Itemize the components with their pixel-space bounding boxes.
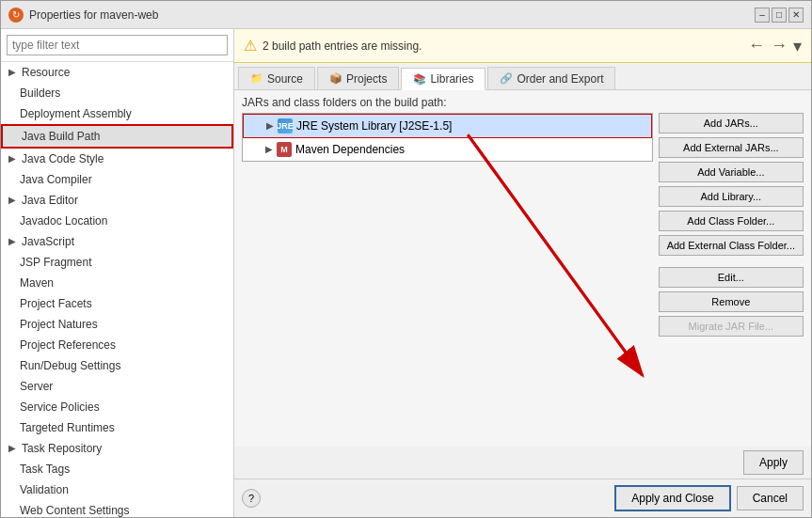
- sidebar-item-project-natures[interactable]: Project Natures: [1, 314, 233, 335]
- sidebar-item-java-editor[interactable]: ▶Java Editor: [1, 190, 233, 211]
- sidebar-item-label: Java Build Path: [22, 128, 100, 145]
- help-button[interactable]: ?: [242, 489, 261, 508]
- add-library-button[interactable]: Add Library...: [659, 186, 804, 207]
- sidebar-item-label: Resource: [22, 64, 70, 81]
- sidebar-item-label: Project References: [20, 337, 116, 353]
- sidebar-item-resource[interactable]: ▶Resource: [1, 62, 233, 83]
- build-path-label: JARs and class folders on the build path…: [242, 96, 804, 109]
- nav-back-icon[interactable]: ←: [748, 36, 765, 55]
- apply-row: Apply: [234, 447, 811, 479]
- cancel-button[interactable]: Cancel: [737, 486, 804, 510]
- eclipse-icon: [8, 8, 24, 23]
- sidebar-item-maven[interactable]: Maven: [1, 273, 233, 293]
- sidebar-item-label: Deployment Assembly: [20, 105, 132, 122]
- warning-bar: ⚠ 2 build path entries are missing. ← → …: [234, 29, 811, 63]
- title-bar-left: Properties for maven-web: [8, 8, 158, 23]
- sidebar-item-web-content-settings[interactable]: Web Content Settings: [1, 500, 233, 517]
- tab-source[interactable]: 📁Source: [238, 67, 315, 89]
- sidebar-item-java-compiler[interactable]: Java Compiler: [1, 169, 233, 190]
- warning-icon: ⚠: [244, 37, 257, 55]
- title-controls: – □ ✕: [755, 8, 804, 23]
- tab-projects[interactable]: 📦Projects: [317, 67, 399, 89]
- apply-button[interactable]: Apply: [743, 450, 804, 475]
- add-variable-button[interactable]: Add Variable...: [659, 162, 804, 182]
- bottom-bar: ? Apply and Close Cancel: [234, 479, 811, 517]
- list-area-wrapper: ▶JREJRE System Library [J2SE-1.5]▶MMaven…: [242, 113, 653, 441]
- sidebar-item-label: Targeted Runtimes: [20, 419, 115, 436]
- tab-icon-source: 📁: [250, 72, 263, 85]
- sidebar-item-label: JSP Fragment: [20, 254, 91, 271]
- remove-button[interactable]: Remove: [659, 291, 804, 312]
- sidebar-item-task-repository[interactable]: ▶Task Repository: [1, 438, 233, 459]
- add-jars-button[interactable]: Add JARs...: [659, 113, 804, 133]
- sidebar-item-project-facets[interactable]: Project Facets: [1, 293, 233, 314]
- sidebar-item-server[interactable]: Server: [1, 376, 233, 397]
- close-button[interactable]: ✕: [788, 8, 804, 23]
- sidebar-item-task-tags[interactable]: Task Tags: [1, 459, 233, 479]
- sidebar-item-label: Maven: [20, 275, 54, 291]
- tree-area: ▶ResourceBuildersDeployment AssemblyJava…: [1, 62, 233, 517]
- tab-icon-projects: 📦: [329, 72, 342, 85]
- tab-icon-libraries: 📚: [413, 73, 426, 86]
- sidebar-item-deployment-assembly[interactable]: Deployment Assembly: [1, 103, 233, 124]
- sidebar-item-run-debug-settings[interactable]: Run/Debug Settings: [1, 355, 233, 376]
- sidebar-item-label: JavaScript: [22, 233, 74, 250]
- tab-libraries[interactable]: 📚Libraries: [401, 68, 486, 90]
- warning-text: 2 build path entries are missing.: [263, 39, 422, 53]
- tab-label-source: Source: [267, 72, 303, 86]
- nav-forward-icon[interactable]: →: [771, 36, 788, 55]
- sidebar-item-builders[interactable]: Builders: [1, 83, 233, 103]
- minimize-button[interactable]: –: [755, 8, 770, 23]
- list-item-label-maven: Maven Dependencies: [295, 141, 405, 158]
- list-item-icon-jre: JRE: [278, 118, 293, 133]
- sidebar-item-label: Java Compiler: [20, 171, 92, 188]
- sidebar-item-label: Run/Debug Settings: [20, 357, 120, 374]
- maximize-button[interactable]: □: [772, 8, 787, 23]
- list-area: ▶JREJRE System Library [J2SE-1.5]▶MMaven…: [242, 113, 653, 162]
- add-external-jars-button[interactable]: Add External JARs...: [659, 137, 804, 158]
- left-panel: ▶ResourceBuildersDeployment AssemblyJava…: [1, 29, 234, 517]
- expand-arrow-icon: ▶: [8, 150, 16, 167]
- tab-label-projects: Projects: [346, 72, 387, 86]
- list-expand-arrow-icon: ▶: [266, 118, 274, 134]
- buttons-col: Add JARs... Add External JARs... Add Var…: [659, 113, 804, 441]
- sidebar-item-validation[interactable]: Validation: [1, 479, 233, 500]
- main-content-area: ▶ResourceBuildersDeployment AssemblyJava…: [1, 29, 811, 517]
- apply-close-button[interactable]: Apply and Close: [614, 485, 730, 511]
- sidebar-item-service-policies[interactable]: Service Policies: [1, 397, 233, 417]
- properties-window: Properties for maven-web – □ ✕ ▶Resource…: [0, 0, 812, 518]
- sidebar-item-java-code-style[interactable]: ▶Java Code Style: [1, 149, 233, 169]
- nav-down-icon[interactable]: ▾: [793, 36, 802, 56]
- tab-order-and-export[interactable]: 🔗Order and Export: [487, 67, 615, 89]
- list-expand-arrow-icon: ▶: [265, 141, 273, 158]
- sidebar-item-jsp-fragment[interactable]: JSP Fragment: [1, 252, 233, 273]
- sidebar-item-targeted-runtimes[interactable]: Targeted Runtimes: [1, 417, 233, 438]
- expand-arrow-icon: ▶: [8, 64, 16, 81]
- sidebar-item-label: Java Editor: [22, 192, 78, 209]
- list-item-jre[interactable]: ▶JREJRE System Library [J2SE-1.5]: [243, 114, 652, 138]
- migrate-jar-button[interactable]: Migrate JAR File...: [659, 316, 804, 337]
- list-item-icon-maven: M: [277, 142, 292, 157]
- add-external-class-folder-button[interactable]: Add External Class Folder...: [659, 235, 804, 256]
- edit-button[interactable]: Edit...: [659, 267, 804, 288]
- build-path-main: ▶JREJRE System Library [J2SE-1.5]▶MMaven…: [242, 113, 804, 441]
- expand-arrow-icon: ▶: [8, 233, 16, 250]
- sidebar-item-label: Project Natures: [20, 316, 98, 333]
- sidebar-item-label: Validation: [20, 481, 69, 498]
- sidebar-item-javadoc-location[interactable]: Javadoc Location: [1, 211, 233, 231]
- list-item-maven[interactable]: ▶MMaven Dependencies: [243, 138, 652, 161]
- sidebar-item-project-references[interactable]: Project References: [1, 335, 233, 355]
- tabs-row: 📁Source📦Projects📚Libraries🔗Order and Exp…: [234, 63, 811, 90]
- tab-icon-order-and-export: 🔗: [500, 72, 513, 85]
- filter-input[interactable]: [7, 35, 228, 55]
- sidebar-item-label: Task Repository: [22, 440, 102, 457]
- sidebar-item-java-build-path[interactable]: Java Build Path: [1, 124, 233, 149]
- sidebar-item-javascript[interactable]: ▶JavaScript: [1, 231, 233, 252]
- title-bar: Properties for maven-web – □ ✕: [1, 1, 811, 29]
- svg-line-1: [468, 134, 643, 375]
- filter-box: [1, 29, 233, 62]
- red-arrow-overlay: [242, 113, 653, 441]
- sidebar-item-label: Java Code Style: [22, 150, 103, 167]
- sidebar-item-label: Builders: [20, 85, 60, 102]
- add-class-folder-button[interactable]: Add Class Folder...: [659, 211, 804, 231]
